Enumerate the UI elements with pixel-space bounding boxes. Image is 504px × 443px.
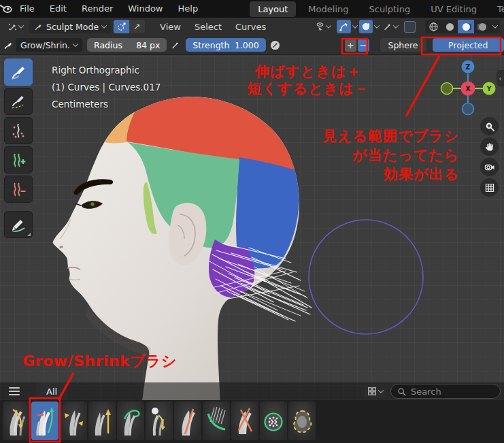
menu-file[interactable]: File (12, 0, 42, 18)
gizmo-neg-z-axis (463, 103, 474, 115)
viewport-overlay-text: Right Orthographic (1) Curves | Curves.0… (52, 62, 161, 113)
gizmo-ghost-icon[interactable] (404, 21, 416, 33)
menu-help[interactable]: Help (171, 0, 206, 18)
falloff-curve-button[interactable] (337, 20, 351, 33)
radius-value: 84 px (136, 40, 160, 50)
strength-value: 1.000 (235, 40, 259, 50)
hand-icon (484, 142, 495, 152)
viewport-nav-controls (480, 117, 499, 197)
sphere-falloff-icon (361, 22, 371, 31)
paint-brush-icon (10, 63, 27, 81)
radius-slider[interactable]: Radius 84 px (87, 38, 167, 52)
brush-thumb-select-paint[interactable] (288, 401, 316, 440)
sphere-toggle-button[interactable]: Sphere (380, 38, 426, 52)
brush-thumb-curl[interactable] (117, 401, 144, 440)
tab-layout[interactable]: Layout (250, 1, 296, 17)
annotate-circle-tool-icon[interactable] (114, 20, 129, 33)
navigation-gizmo[interactable]: Z X Y (441, 61, 496, 115)
transform-tool-icon[interactable]: ↗ (129, 20, 145, 33)
tool-density-brush[interactable] (4, 117, 33, 144)
shading-material-icon[interactable] (458, 20, 474, 33)
tool-add-brush[interactable] (4, 146, 33, 174)
workspace-tabs: Layout Modeling Sculpting UV Editing Tex… (248, 0, 504, 18)
stylus-pressure-button[interactable] (381, 20, 400, 33)
asset-shelf-header: All Search (0, 382, 504, 400)
shelf-display-mode-button[interactable] (365, 384, 386, 398)
select-visible-button[interactable] (313, 20, 333, 33)
stylus-pen-icon (171, 40, 180, 50)
grow-button[interactable]: + (345, 39, 356, 52)
brush-thumb-add-length[interactable] (88, 401, 116, 440)
search-icon (397, 387, 406, 396)
minus-label: − (360, 40, 367, 50)
tab-texture[interactable]: Texture (489, 1, 504, 17)
projected-toggle-button[interactable]: Projected (433, 38, 504, 52)
brush-thumb-puff[interactable] (60, 401, 87, 440)
strength-slider[interactable]: Strength 1.000 (186, 38, 265, 52)
tool-settings-bar: Grow/Shrin... Radius 84 px Strength 1.00… (0, 35, 504, 55)
stylus-pen-circle-icon (270, 40, 280, 50)
shading-dropdown[interactable] (490, 20, 500, 33)
tab-sculpting[interactable]: Sculpting (360, 1, 418, 17)
falloff-curve-dropdown[interactable] (351, 20, 359, 33)
menu-window[interactable]: Window (120, 0, 170, 18)
tab-modeling[interactable]: Modeling (300, 1, 356, 17)
brush-icon-button[interactable] (1, 38, 16, 52)
tab-uv-editing[interactable]: UV Editing (422, 1, 485, 17)
active-object: (1) Curves | Curves.017 (52, 79, 161, 96)
brush-cursor-circle (309, 220, 423, 334)
falloff-shape-dropdown[interactable] (373, 20, 381, 33)
brush-thumb-density[interactable] (260, 401, 287, 440)
shrink-button[interactable]: − (358, 39, 369, 52)
shading-rendered-icon[interactable] (474, 20, 490, 33)
gizmo-y-label: Y (486, 85, 492, 93)
shading-wireframe-icon[interactable] (425, 20, 441, 33)
blender-logo-icon[interactable] (0, 4, 12, 14)
brush-thumb-trim[interactable] (231, 401, 258, 440)
editor-type-button[interactable] (5, 20, 25, 33)
shading-solid-icon[interactable] (441, 20, 458, 33)
pan-button[interactable] (480, 137, 499, 156)
shelf-tab-label: All (46, 387, 57, 397)
shading-mode-group (425, 20, 500, 33)
tool-delete-brush[interactable] (4, 176, 33, 203)
sculpt-mode-icon (34, 22, 43, 31)
cursor-eye-icon (315, 22, 325, 32)
menu-view[interactable]: View (153, 22, 188, 32)
density-dots-icon (10, 122, 27, 140)
sidebar-collapse-arrow[interactable]: ‹ (497, 70, 504, 86)
brush-thumb-comb[interactable] (3, 401, 30, 440)
camera-icon (484, 162, 495, 173)
zoom-button[interactable] (480, 117, 499, 135)
stylus-pen-icon (383, 22, 392, 31)
menu-render[interactable]: Render (74, 0, 120, 18)
search-input[interactable]: Search (390, 384, 501, 399)
gizmo-x-label: X (465, 85, 471, 93)
sculpt-editor-icon (7, 22, 18, 32)
units: Centimeters (52, 96, 161, 113)
perspective-toggle-button[interactable] (480, 178, 499, 197)
brush-thumb-bend[interactable] (146, 401, 173, 440)
brush-thumb-slide[interactable] (203, 401, 230, 440)
shelf-tab-all[interactable]: All (36, 382, 67, 400)
brush-thumb-cut[interactable] (174, 401, 201, 440)
brush-thumb-grow-shrink[interactable] (31, 401, 58, 440)
topbar: File Edit Render Window Help Layout Mode… (0, 0, 504, 18)
shelf-menu-icon[interactable] (9, 387, 20, 395)
menu-edit[interactable]: Edit (42, 0, 74, 18)
viewport-header: Sculpt Mode ↗ View Select Curves (0, 18, 504, 36)
search-placeholder: Search (411, 387, 441, 397)
brush-icon (3, 40, 14, 50)
radius-pressure-toggle[interactable] (169, 38, 182, 52)
tool-draw-curve[interactable] (4, 211, 33, 238)
strength-pressure-toggle[interactable] (268, 38, 282, 52)
menu-curves[interactable]: Curves (229, 22, 273, 32)
tool-comb-brush[interactable] (4, 59, 33, 86)
tool-pinch-brush[interactable] (4, 88, 33, 115)
camera-view-button[interactable] (480, 158, 499, 176)
projected-label: Projected (448, 40, 488, 50)
menu-select[interactable]: Select (188, 22, 229, 32)
brush-selector[interactable]: Grow/Shrin... (16, 38, 82, 52)
mode-selector[interactable]: Sculpt Mode (29, 20, 111, 33)
falloff-shape-button[interactable] (359, 20, 373, 33)
